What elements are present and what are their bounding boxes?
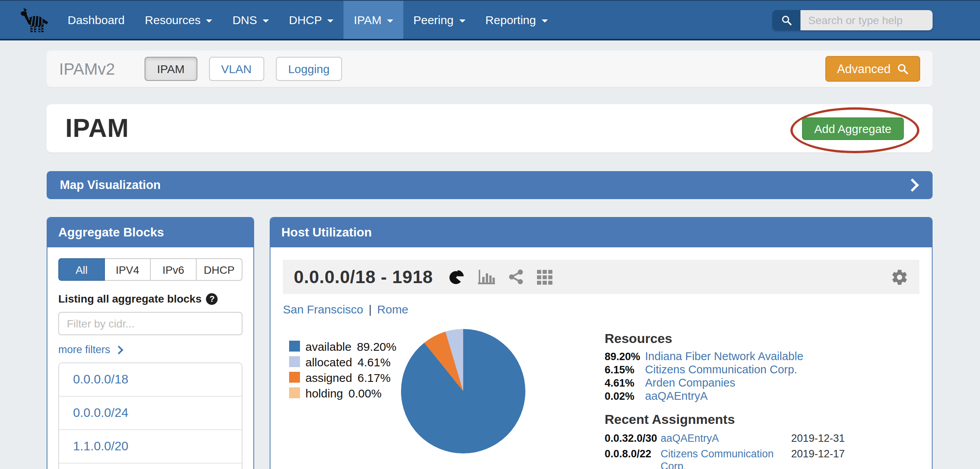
link-separator: | xyxy=(369,303,372,316)
assignment-link[interactable]: aaQAEntryA xyxy=(661,432,791,445)
map-visualization-label: Map Visualization xyxy=(60,178,161,192)
global-search xyxy=(772,10,933,30)
utilization-details: Resources 89.20%Indiana Fiber Network Av… xyxy=(605,331,915,469)
section-title: IPAMv2 xyxy=(59,60,115,78)
legend-swatch xyxy=(289,387,300,398)
aggregate-list-item-cutoff[interactable] xyxy=(59,463,242,469)
nav-item-ipam[interactable]: IPAM xyxy=(344,1,403,39)
caret-down-icon xyxy=(206,19,212,22)
grid-view-icon[interactable] xyxy=(537,269,553,285)
search-icon xyxy=(897,63,909,75)
location-links: San Franscisco|Rome xyxy=(283,303,919,316)
nav-item-dashboard[interactable]: Dashboard xyxy=(58,1,135,39)
map-visualization-bar[interactable]: Map Visualization xyxy=(47,171,933,199)
location-link-san-franscisco[interactable]: San Franscisco xyxy=(283,303,363,316)
search-button[interactable] xyxy=(772,10,800,30)
aggregate-list: 0.0.0.0/18 0.0.0.0/24 1.1.0.0/20 xyxy=(58,362,242,469)
pie-chart-icon[interactable] xyxy=(448,269,465,285)
legend-item-available: available89.20% xyxy=(289,338,396,354)
resource-row: 0.02%aaQAEntryA xyxy=(605,391,915,401)
panels-row: Aggregate Blocks All IPV4 IPv6 DHCP List… xyxy=(47,217,933,469)
more-filters-link[interactable]: more filters xyxy=(58,344,242,355)
tab-vlan[interactable]: VLAN xyxy=(209,57,264,81)
help-question-icon[interactable]: ? xyxy=(206,293,218,304)
assignment-link[interactable]: Citizens Communication Corp. xyxy=(661,448,791,469)
legend-swatch xyxy=(289,356,300,367)
aggregate-list-item[interactable]: 1.1.0.0/20 xyxy=(59,429,242,463)
search-input[interactable] xyxy=(800,10,933,30)
nav-item-label: Peering xyxy=(413,13,453,26)
cidr-filter-input[interactable] xyxy=(58,312,242,335)
nav-item-dns[interactable]: DNS xyxy=(222,1,279,39)
bar-chart-icon[interactable] xyxy=(478,269,495,285)
filter-ipv4-button[interactable]: IPV4 xyxy=(105,258,151,281)
advanced-label: Advanced xyxy=(837,62,891,76)
filter-all-button[interactable]: All xyxy=(58,258,105,281)
filter-dhcp-button[interactable]: DHCP xyxy=(197,258,242,281)
tab-ipam[interactable]: IPAM xyxy=(145,57,197,81)
aggregate-list-item[interactable]: 0.0.0.0/24 xyxy=(59,396,242,429)
nav-item-label: Dashboard xyxy=(68,13,125,26)
resources-rows: 89.20%Indiana Fiber Network Available 6.… xyxy=(605,352,915,401)
nav-item-label: Resources xyxy=(145,13,201,26)
resources-heading: Resources xyxy=(605,331,915,347)
resource-row: 6.15%Citizens Communication Corp. xyxy=(605,365,915,375)
aggregate-blocks-body: All IPV4 IPv6 DHCP Listing all aggregate… xyxy=(47,247,253,469)
listing-label: Listing all aggregate blocks xyxy=(58,292,202,305)
legend-item-assigned: assigned6.17% xyxy=(289,369,396,385)
settings-gear-icon[interactable] xyxy=(891,268,909,286)
assignment-row: 0.0.8.0/22Citizens Communication Corp.20… xyxy=(605,448,915,469)
recent-assignments-block: Recent Assignments 0.0.32.0/30aaQAEntryA… xyxy=(605,412,915,469)
legend-item-holding: holding0.00% xyxy=(289,385,396,401)
resource-row: 4.61%Arden Companies xyxy=(605,378,915,388)
recent-assignments-rows: 0.0.32.0/30aaQAEntryA2019-12-31 0.0.8.0/… xyxy=(605,432,915,469)
share-icon[interactable] xyxy=(508,269,524,285)
caret-down-icon xyxy=(263,19,269,22)
advanced-search-button[interactable]: Advanced xyxy=(825,56,920,82)
more-filters-label: more filters xyxy=(58,344,110,355)
chevron-right-icon xyxy=(114,345,123,354)
resource-link[interactable]: Arden Companies xyxy=(645,378,735,388)
page-title: IPAM xyxy=(65,114,129,143)
block-title-bar: 0.0.0.0/18 - 1918 xyxy=(283,260,919,294)
pie-legend: available89.20% allocated4.61% assigned6… xyxy=(289,338,396,401)
aggregate-list-item[interactable]: 0.0.0.0/18 xyxy=(59,363,242,396)
top-navbar: Dashboard Resources DNS DHCP IPAM Peerin… xyxy=(0,0,980,40)
host-utilization-panel: Host Utilization 0.0.0.0/18 - 1918 xyxy=(270,217,933,469)
utilization-pie-chart xyxy=(401,329,525,453)
resource-link[interactable]: Citizens Communication Corp. xyxy=(645,365,797,375)
nav-item-dhcp[interactable]: DHCP xyxy=(279,1,344,39)
recent-assignments-heading: Recent Assignments xyxy=(605,412,915,428)
filter-ipv6-button[interactable]: IPv6 xyxy=(151,258,197,281)
resource-row: 89.20%Indiana Fiber Network Available xyxy=(605,352,915,362)
legend-item-allocated: allocated4.61% xyxy=(289,354,396,369)
view-toggle-icons xyxy=(448,269,553,285)
legend-swatch xyxy=(289,341,300,352)
location-link-rome[interactable]: Rome xyxy=(377,303,408,316)
nav-item-reporting[interactable]: Reporting xyxy=(475,1,558,39)
caret-down-icon xyxy=(459,19,465,22)
section-toolbar: IPAMv2 IPAM VLAN Logging Advanced xyxy=(47,51,933,87)
aggregate-blocks-header: Aggregate Blocks xyxy=(47,218,253,247)
nav-item-peering[interactable]: Peering xyxy=(403,1,475,39)
caret-down-icon xyxy=(541,19,548,22)
aggregate-blocks-panel: Aggregate Blocks All IPV4 IPv6 DHCP List… xyxy=(47,217,254,469)
nav-item-label: DHCP xyxy=(289,13,322,26)
zebra-logo-icon[interactable] xyxy=(19,1,50,39)
caret-down-icon xyxy=(387,19,393,22)
page-header-card: IPAM Add Aggregate xyxy=(47,104,933,152)
nav-menu: Dashboard Resources DNS DHCP IPAM Peerin… xyxy=(58,1,558,39)
caret-down-icon xyxy=(328,19,334,22)
nav-item-label: Reporting xyxy=(485,13,536,26)
legend-swatch xyxy=(289,372,300,383)
resource-link[interactable]: Indiana Fiber Network Available xyxy=(645,352,803,362)
aggregate-type-filter-group: All IPV4 IPv6 DHCP xyxy=(58,258,242,281)
add-aggregate-button[interactable]: Add Aggregate xyxy=(802,117,904,140)
nav-item-label: IPAM xyxy=(354,13,382,26)
search-icon xyxy=(781,14,792,25)
assignment-row: 0.0.32.0/30aaQAEntryA2019-12-31 xyxy=(605,432,915,445)
nav-item-resources[interactable]: Resources xyxy=(135,1,222,39)
host-utilization-header: Host Utilization xyxy=(270,218,932,247)
tab-logging[interactable]: Logging xyxy=(276,57,342,81)
resource-link[interactable]: aaQAEntryA xyxy=(645,391,708,401)
